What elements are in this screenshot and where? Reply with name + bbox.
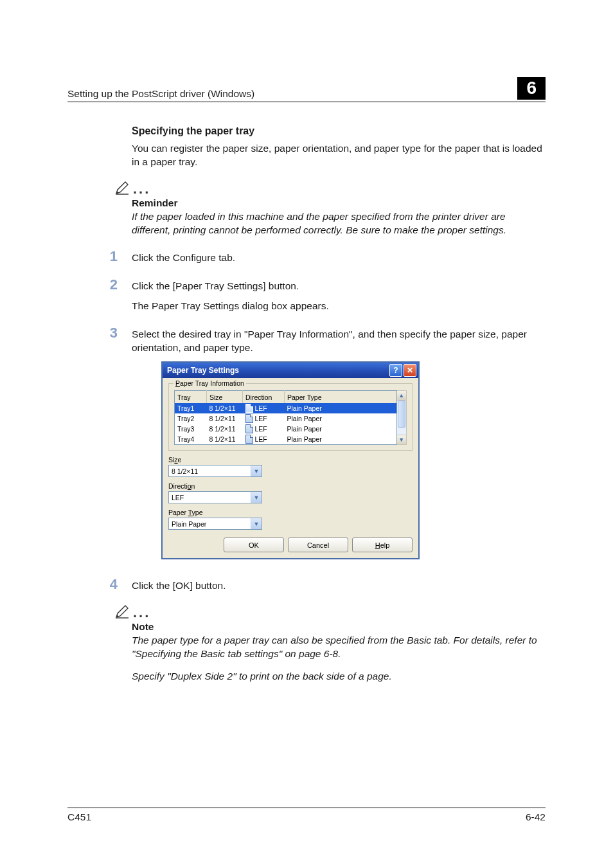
reminder-body: If the paper loaded in this machine and … [132, 210, 542, 237]
ellipsis-icon: ... [133, 183, 150, 195]
section-heading: Specifying the paper tray [132, 125, 542, 137]
tray-table[interactable]: Tray Size Direction Paper Type Tray1 [174, 390, 397, 445]
chapter-number-badge: 6 [517, 77, 546, 100]
step-number: 2 [106, 276, 118, 293]
step-number: 1 [106, 248, 118, 265]
dialog-help-action-button[interactable]: Help [352, 538, 413, 552]
col-tray[interactable]: Tray [175, 391, 207, 404]
pencil-icon [114, 181, 130, 196]
step-number: 4 [106, 576, 118, 593]
size-label: Size [168, 456, 413, 464]
note-body-2: Specify "Duplex Side 2" to print on the … [132, 670, 542, 683]
direction-select[interactable]: LEF▼ [168, 491, 262, 503]
step-text: Click the [Paper Tray Settings] button. … [132, 280, 329, 313]
chevron-down-icon: ▼ [251, 466, 262, 476]
direction-label: Direction [168, 482, 413, 490]
dialog-title: Paper Tray Settings [167, 366, 239, 375]
chevron-down-icon: ▼ [251, 518, 262, 529]
col-paper-type[interactable]: Paper Type [285, 391, 397, 404]
table-row[interactable]: Tray3 8 1/2×11 LEF Plain Paper [175, 424, 397, 434]
running-title: Setting up the PostScript driver (Window… [67, 88, 254, 100]
dialog-close-button[interactable]: ✕ [404, 364, 416, 377]
cancel-button[interactable]: Cancel [288, 538, 348, 552]
footer-page-number: 6-42 [526, 811, 546, 823]
reminder-label: Reminder [132, 197, 542, 209]
step-subtext: The Paper Tray Settings dialog box appea… [132, 300, 329, 313]
pencil-icon [114, 604, 130, 620]
footer-model: C451 [67, 811, 91, 823]
chevron-down-icon: ▼ [251, 492, 262, 503]
page-orientation-icon [245, 414, 253, 423]
step-text: Click the [OK] button. [132, 579, 226, 593]
col-direction[interactable]: Direction [243, 391, 285, 404]
ok-button[interactable]: OK [224, 538, 284, 552]
step-text: Select the desired tray in "Paper Tray I… [132, 328, 542, 355]
scroll-thumb[interactable] [398, 401, 405, 428]
note-body-1: The paper type for a paper tray can also… [132, 634, 542, 661]
paper-tray-settings-dialog: Paper Tray Settings ? ✕ Paper Tray Infor… [161, 361, 420, 559]
dialog-help-button[interactable]: ? [389, 364, 402, 377]
paper-type-select[interactable]: Plain Paper▼ [168, 518, 262, 530]
size-select[interactable]: 8 1/2×11▼ [168, 465, 262, 477]
page-orientation-icon [245, 424, 253, 433]
step-number: 3 [106, 325, 118, 341]
ellipsis-icon: ... [133, 607, 150, 619]
scroll-up-button[interactable]: ▲ [397, 391, 406, 401]
table-row[interactable]: Tray2 8 1/2×11 LEF Plain Paper [175, 413, 397, 424]
step-text: Click the Configure tab. [132, 251, 235, 265]
table-row[interactable]: Tray1 8 1/2×11 LEF Plain Paper [175, 403, 397, 413]
paper-type-label: Paper Type [168, 509, 413, 516]
col-size[interactable]: Size [207, 391, 243, 404]
group-legend: Paper Tray Information [173, 379, 246, 387]
intro-paragraph: You can register the paper size, paper o… [132, 142, 542, 169]
reminder-block: ... Reminder If the paper loaded in this… [132, 181, 542, 237]
note-block: ... Note The paper type for a paper tray… [132, 604, 542, 683]
scroll-down-button[interactable]: ▼ [397, 435, 406, 444]
page-orientation-icon [245, 404, 253, 413]
table-row[interactable]: Tray4 8 1/2×11 LEF Plain Paper [175, 434, 397, 445]
page-orientation-icon [245, 435, 253, 444]
paper-tray-information-group: Paper Tray Information Tray Size [168, 383, 413, 451]
note-label: Note [132, 621, 542, 633]
table-scrollbar[interactable]: ▲ ▼ [397, 390, 407, 445]
